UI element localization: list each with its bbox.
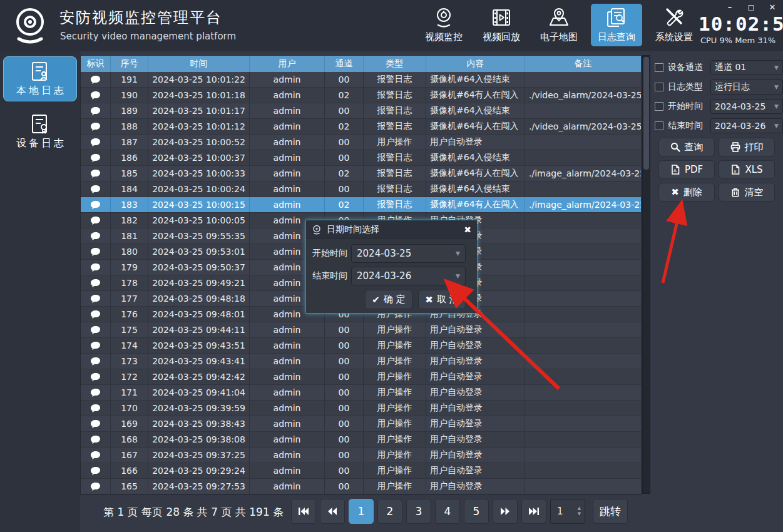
content-cell: 摄像机#64有人在闯入 — [426, 119, 525, 134]
seq-cell: 165 — [111, 479, 148, 494]
time-cell: 2024-03-25 10:00:24 — [148, 182, 250, 197]
xls-export-button[interactable]: x XLS — [719, 160, 775, 179]
comment-bubble-icon — [90, 138, 101, 147]
time-cell: 2024-03-25 09:53:01 — [148, 244, 250, 259]
start-time-select[interactable]: 2024-03-25 ▼ — [710, 99, 783, 114]
table-row[interactable]: 1652024-03-25 09:27:53admin00用户操作用户自动登录 — [81, 479, 641, 494]
table-row[interactable]: 1712024-03-25 09:41:04admin00用户操作用户自动登录 — [81, 385, 641, 401]
device-channel-select[interactable]: 通道 01 ▼ — [710, 60, 783, 75]
table-row[interactable]: 1722024-03-25 09:42:42admin00用户操作用户自动登录 — [81, 369, 641, 385]
table-row[interactable]: 1912024-03-25 10:01:22admin00报警日志摄像机#64入… — [81, 72, 641, 88]
last-page-button[interactable] — [521, 499, 546, 524]
table-scrollbar[interactable] — [642, 55, 650, 494]
remark-cell — [525, 448, 641, 463]
log-type-checkbox[interactable] — [655, 83, 663, 91]
table-row[interactable]: 1742024-03-25 09:43:51admin00用户操作用户自动登录 — [81, 338, 641, 354]
user-cell: admin — [250, 416, 325, 431]
spinner-down-icon[interactable]: ▼ — [576, 512, 583, 516]
local-log-icon — [29, 61, 51, 82]
end-time-checkbox[interactable] — [655, 121, 663, 130]
remark-cell — [525, 275, 641, 290]
dialog-cancel-button[interactable]: ✖ 取 消 — [418, 290, 466, 309]
sidebar-item-local-log[interactable]: 本地日志 — [3, 56, 77, 101]
next-page-button[interactable] — [493, 499, 518, 524]
nav-system-settings[interactable]: 系统设置 — [648, 4, 700, 46]
chevron-down-icon: ▼ — [456, 273, 460, 279]
query-button[interactable]: 查询 — [658, 138, 715, 156]
nav-e-map[interactable]: 电子地图 — [533, 4, 585, 46]
spinner-up-icon[interactable]: ▲ — [576, 506, 583, 511]
first-page-button[interactable] — [291, 499, 316, 524]
nav-video-playback[interactable]: 视频回放 — [476, 4, 527, 46]
table-row[interactable]: 1682024-03-25 09:38:08admin00用户操作用户自动登录 — [81, 432, 641, 448]
flag-cell — [81, 338, 111, 353]
delete-x-icon: ✖ — [671, 187, 679, 198]
dialog-title-bar[interactable]: 日期时间选择 ✖ — [306, 220, 477, 239]
page-button-2[interactable]: 2 — [377, 499, 402, 524]
table-row[interactable]: 1882024-03-25 10:01:12admin02报警日志摄像机#64有… — [81, 119, 641, 135]
sidebar-item-device-log[interactable]: 设备日志 — [3, 109, 77, 154]
table-row[interactable]: 1872024-03-25 10:00:52admin00用户操作用户自动登录 — [81, 135, 641, 150]
flag-cell — [81, 135, 111, 150]
page-button-5[interactable]: 5 — [464, 499, 489, 524]
filter-label: 结束时间 — [668, 120, 705, 131]
content-cell: 用户自动登录 — [426, 135, 525, 150]
table-row[interactable]: 1702024-03-25 09:39:59admin00用户操作用户自动登录 — [81, 401, 641, 416]
channel-cell: 00 — [325, 338, 364, 353]
user-cell: admin — [250, 385, 325, 400]
log-type-select[interactable]: 运行日志 ▼ — [710, 79, 783, 95]
table-row[interactable]: 1832024-03-25 10:00:15admin02报警日志摄像机#64有… — [81, 197, 641, 213]
filter-panel: 设备通道 通道 01 ▼ 日志类型 运行日志 ▼ 开始时间 2024-03-25… — [651, 55, 783, 532]
comment-bubble-icon — [90, 372, 101, 382]
nav-log-query[interactable]: 日志查询 — [591, 4, 642, 46]
table-row[interactable]: 1752024-03-25 09:44:11admin00用户操作用户自动登录 — [81, 322, 641, 338]
dialog-start-time-select[interactable]: 2024-03-25 ▼ — [351, 244, 466, 263]
table-row[interactable]: 1692024-03-25 09:38:43admin00用户操作用户自动登录 — [81, 416, 641, 432]
table-row[interactable]: 1852024-03-25 10:00:33admin02报警日志摄像机#64有… — [81, 166, 641, 182]
table-row[interactable]: 1902024-03-25 10:01:18admin02报警日志摄像机#64有… — [81, 88, 641, 103]
jump-button[interactable]: 跳转 — [593, 499, 628, 524]
flag-cell — [81, 322, 111, 337]
dialog-end-time-select[interactable]: 2024-03-26 ▼ — [351, 267, 466, 285]
type-cell: 报警日志 — [364, 197, 426, 212]
time-cell: 2024-03-25 09:49:21 — [148, 275, 250, 290]
time-cell: 2024-03-25 10:00:37 — [148, 150, 250, 165]
end-time-select[interactable]: 2024-03-26 ▼ — [710, 118, 783, 133]
type-cell: 用户操作 — [364, 463, 426, 478]
flag-cell — [81, 119, 111, 134]
table-row[interactable]: 1862024-03-25 10:00:37admin00报警日志摄像机#64入… — [81, 150, 641, 166]
flag-cell — [81, 416, 111, 431]
dialog-ok-button[interactable]: ✔ 确 定 — [365, 290, 412, 309]
chevron-down-icon: ▼ — [774, 103, 779, 110]
table-row[interactable]: 1842024-03-25 10:00:24admin00报警日志摄像机#64入… — [81, 182, 641, 197]
clear-button[interactable]: 清空 — [719, 183, 775, 202]
filter-start-time: 开始时间 2024-03-25 ▼ — [655, 99, 783, 114]
pdf-export-button[interactable]: A PDF — [658, 160, 715, 179]
table-row[interactable]: 1892024-03-25 10:01:17admin00报警日志摄像机#64入… — [81, 103, 641, 119]
content-cell: 摄像机#64入侵结束 — [426, 72, 525, 87]
jump-page-input[interactable]: 1 ▲ ▼ — [550, 499, 585, 524]
seq-cell: 181 — [111, 228, 148, 243]
dialog-close-icon[interactable]: ✖ — [464, 225, 471, 235]
prev-page-button[interactable] — [320, 499, 345, 524]
comment-bubble-icon — [90, 106, 101, 116]
scrollbar-thumb[interactable] — [643, 57, 649, 170]
print-button[interactable]: 打印 — [719, 138, 775, 156]
flag-cell — [81, 72, 111, 87]
start-time-checkbox[interactable] — [655, 102, 663, 111]
flag-cell — [81, 197, 111, 212]
page-button-3[interactable]: 3 — [406, 499, 431, 524]
device-channel-checkbox[interactable] — [655, 63, 663, 72]
seq-cell: 171 — [111, 385, 148, 400]
minimize-button[interactable]: – — [724, 3, 735, 13]
close-button[interactable]: ✕ — [767, 3, 778, 13]
table-row[interactable]: 1672024-03-25 09:37:25admin00用户操作用户自动登录 — [81, 448, 641, 463]
table-row[interactable]: 1662024-03-25 09:29:24admin00用户操作用户自动登录 — [81, 463, 641, 479]
maximize-button[interactable]: ◻ — [745, 3, 757, 13]
page-button-1[interactable]: 1 — [349, 499, 374, 524]
table-row[interactable]: 1732024-03-25 09:43:41admin00用户操作用户自动登录 — [81, 354, 641, 369]
nav-video-monitor[interactable]: 视频监控 — [418, 4, 469, 46]
page-button-4[interactable]: 4 — [435, 499, 460, 524]
time-cell: 2024-03-25 10:00:33 — [148, 166, 250, 181]
delete-button[interactable]: ✖ 删除 — [658, 183, 715, 202]
